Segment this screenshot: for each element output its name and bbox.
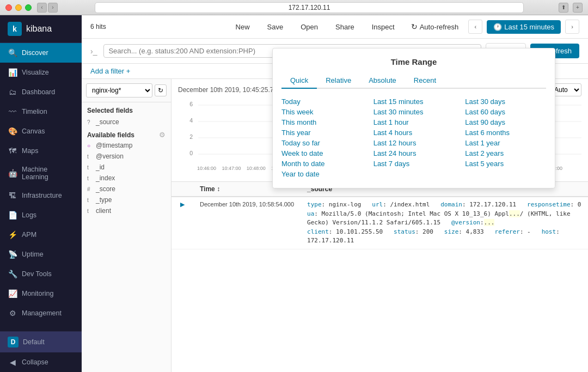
logo-letter: k <box>13 25 17 33</box>
new-tab-button[interactable]: + <box>573 3 583 13</box>
close-button[interactable] <box>5 4 12 11</box>
share-button[interactable]: Share <box>329 20 361 34</box>
sidebar-label-timelion: Timelion <box>22 108 47 115</box>
quick-15min[interactable]: Last 15 minutes <box>373 96 455 107</box>
sidebar-item-logs[interactable]: 📄 Logs <box>0 205 82 225</box>
forward-button[interactable]: › <box>48 3 58 13</box>
inspect-button[interactable]: Inspect <box>365 20 401 34</box>
sidebar-item-dashboard[interactable]: 🗂 Dashboard <box>0 82 82 102</box>
field-type[interactable]: t _type <box>82 194 171 205</box>
quick-today[interactable]: Today <box>281 96 363 107</box>
tab-relative[interactable]: Relative <box>317 73 360 89</box>
available-fields-title: Available fields <box>87 131 134 139</box>
field-index[interactable]: t _index <box>82 173 171 184</box>
quick-90days[interactable]: Last 90 days <box>465 117 546 127</box>
management-icon: ⚙ <box>8 308 17 318</box>
quick-4hours[interactable]: Last 4 hours <box>373 127 455 138</box>
results-table: Time ↕ _source ▶ <box>171 182 588 249</box>
search-prompt-icon: ›_ <box>90 47 97 56</box>
sidebar-item-monitoring[interactable]: 📈 Monitoring <box>0 284 82 303</box>
field-type-id: t <box>87 164 94 170</box>
quick-this-month[interactable]: This month <box>281 117 363 127</box>
maximize-button[interactable] <box>25 4 32 11</box>
logs-icon: 📄 <box>8 210 17 220</box>
share-button[interactable]: ⬆ <box>559 3 568 13</box>
field-name-client: client <box>96 207 166 215</box>
address-bar[interactable]: 172.17.120.11 <box>95 2 524 13</box>
sidebar-item-canvas[interactable]: 🎨 Canvas <box>0 121 82 141</box>
index-pattern-select[interactable]: nginx-log* <box>86 83 152 97</box>
field-timestamp[interactable]: ○ @timestamp <box>82 140 171 151</box>
uptime-icon: 📡 <box>8 249 17 259</box>
svg-text:6: 6 <box>189 101 193 107</box>
new-button[interactable]: New <box>229 20 256 34</box>
sidebar: k kibana 🔍 Discover 📊 Visualize 🗂 Dashbo… <box>0 15 82 372</box>
table-row: ▶ December 10th 2019, 10:58:54.000 type:… <box>171 197 588 249</box>
quick-6months[interactable]: Last 6 months <box>465 127 546 138</box>
save-button[interactable]: Save <box>261 20 290 34</box>
col-expand <box>171 182 193 197</box>
quick-30days[interactable]: Last 30 days <box>465 96 546 107</box>
tab-quick[interactable]: Quick <box>281 73 317 89</box>
quick-this-week[interactable]: This week <box>281 107 363 117</box>
time-range-grid: Today This week This month This year Tod… <box>281 96 546 179</box>
refresh-fields-button[interactable]: ↻ <box>155 84 167 96</box>
field-name-type: _type <box>96 196 166 204</box>
results-area[interactable]: Time ↕ _source ▶ <box>171 182 588 372</box>
quick-today-so-far[interactable]: Today so far <box>281 138 363 148</box>
add-filter-button[interactable]: Add a filter + <box>90 67 130 75</box>
sidebar-label-management: Management <box>22 309 62 317</box>
tab-recent[interactable]: Recent <box>405 73 445 89</box>
gear-icon[interactable]: ⚙ <box>159 131 166 139</box>
minimize-button[interactable] <box>15 4 22 11</box>
field-version[interactable]: t @version <box>82 151 171 162</box>
auto-refresh-button[interactable]: ↻ Auto-refresh <box>406 20 464 34</box>
quick-1hour[interactable]: Last 1 hour <box>373 117 455 127</box>
field-name-score: _score <box>96 185 166 193</box>
sidebar-label-devtools: Dev Tools <box>22 270 52 278</box>
expand-row-button[interactable]: ▶ <box>178 201 187 208</box>
field-client[interactable]: t client <box>82 205 171 216</box>
quick-month-to-date[interactable]: Month to date <box>281 158 363 169</box>
sidebar-label-logs: Logs <box>22 211 36 219</box>
sidebar-item-timelion[interactable]: 〰 Timelion <box>0 102 82 121</box>
sidebar-item-visualize[interactable]: 📊 Visualize <box>0 63 82 82</box>
open-button[interactable]: Open <box>294 20 324 34</box>
time-range-button[interactable]: 🕐 Last 15 minutes <box>487 20 561 34</box>
sidebar-item-default[interactable]: D Default <box>0 332 82 352</box>
quick-week-to-date[interactable]: Week to date <box>281 148 363 158</box>
refresh-circle-icon: ↻ <box>411 22 418 31</box>
sidebar-item-devtools[interactable]: 🔧 Dev Tools <box>0 264 82 284</box>
sidebar-item-maps[interactable]: 🗺 Maps <box>0 141 82 161</box>
quick-12hours[interactable]: Last 12 hours <box>373 138 455 148</box>
sidebar-item-machine-learning[interactable]: 🤖 Machine Learning <box>0 161 82 186</box>
titlebar: ‹ › 172.17.120.11 ⬆ + <box>0 0 588 15</box>
quick-30min[interactable]: Last 30 minutes <box>373 107 455 117</box>
tab-absolute[interactable]: Absolute <box>360 73 405 89</box>
sidebar-item-uptime[interactable]: 📡 Uptime <box>0 245 82 264</box>
sidebar-item-infrastructure[interactable]: 🏗 Infrastructure <box>0 186 82 205</box>
quick-1year[interactable]: Last 1 year <box>465 138 546 148</box>
sidebar-item-collapse[interactable]: ◀ Collapse <box>0 352 82 372</box>
monitoring-icon: 📈 <box>8 289 17 298</box>
quick-60days[interactable]: Last 60 days <box>465 107 546 117</box>
sidebar-item-discover[interactable]: 🔍 Discover <box>0 43 82 63</box>
quick-7days[interactable]: Last 7 days <box>373 158 455 169</box>
quick-year-to-date[interactable]: Year to date <box>281 169 363 179</box>
sidebar-item-management[interactable]: ⚙ Management <box>0 303 82 323</box>
sidebar-item-apm[interactable]: ⚡ APM <box>0 225 82 245</box>
next-time-button[interactable]: › <box>565 20 579 34</box>
quick-24hours[interactable]: Last 24 hours <box>373 148 455 158</box>
time-col-label: Time <box>200 185 215 193</box>
prev-time-button[interactable]: ‹ <box>468 20 482 34</box>
quick-5years[interactable]: Last 5 years <box>465 158 546 169</box>
field-id[interactable]: t _id <box>82 162 171 173</box>
field-name-version: @version <box>96 153 166 160</box>
quick-2years[interactable]: Last 2 years <box>465 148 546 158</box>
field-type-source: ? <box>87 119 94 125</box>
sidebar-label-uptime: Uptime <box>22 251 44 258</box>
back-button[interactable]: ‹ <box>37 3 47 13</box>
field-score[interactable]: # _score <box>82 184 171 194</box>
field-source[interactable]: ? _source <box>82 117 171 127</box>
quick-this-year[interactable]: This year <box>281 127 363 138</box>
